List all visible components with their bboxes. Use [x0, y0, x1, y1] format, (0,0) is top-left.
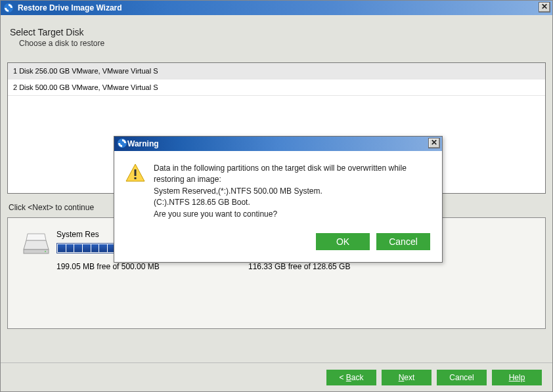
dialog-message: Data in the following partitions on the …	[154, 163, 430, 220]
window-close-button[interactable]: ✕	[539, 2, 550, 12]
dialog-title: Warning	[127, 139, 159, 148]
app-icon	[3, 3, 14, 13]
partition-free-text: 116.33 GB free of 128.65 GB	[248, 262, 350, 271]
dialog-close-button[interactable]: ✕	[428, 138, 440, 148]
drive-icon	[22, 230, 50, 259]
app-icon	[117, 138, 127, 150]
page-subtitle: Choose a disk to restore	[19, 39, 546, 48]
dialog-cancel-button[interactable]: Cancel	[376, 233, 430, 250]
page-title: Select Target Disk	[10, 27, 546, 37]
cancel-button[interactable]: Cancel	[437, 370, 487, 385]
disk-row[interactable]: 1 Disk 256.00 GB VMware, VMware Virtual …	[8, 63, 545, 79]
next-button[interactable]: Next	[382, 370, 431, 385]
warning-dialog: Warning ✕ Data in the following partitio…	[114, 136, 443, 263]
help-button[interactable]: Help	[492, 370, 542, 385]
svg-point-4	[45, 251, 46, 252]
titlebar: Restore Drive Image Wizard ✕	[1, 1, 552, 15]
warning-icon	[125, 163, 146, 184]
svg-rect-11	[135, 169, 137, 176]
svg-marker-2	[26, 234, 46, 240]
window-title: Restore Drive Image Wizard	[18, 3, 122, 12]
dialog-titlebar: Warning ✕	[114, 137, 442, 151]
svg-marker-1	[24, 240, 49, 250]
dialog-ok-button[interactable]: OK	[316, 233, 370, 250]
back-button[interactable]: < Back	[326, 370, 376, 385]
partition-free-text: 199.05 MB free of 500.00 MB	[56, 262, 160, 271]
wizard-footer: < Back Next Cancel Help	[1, 362, 552, 391]
disk-row[interactable]: 2 Disk 500.00 GB VMware, VMware Virtual …	[8, 79, 545, 96]
svg-rect-12	[135, 177, 137, 179]
